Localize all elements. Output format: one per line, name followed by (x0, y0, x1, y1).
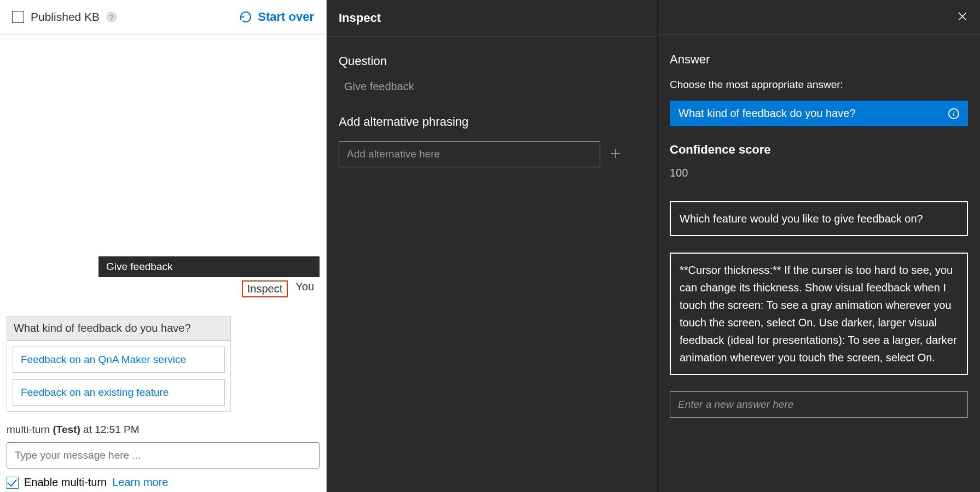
confidence-heading: Confidence score (670, 143, 968, 157)
you-label: You (295, 280, 314, 297)
help-icon[interactable]: ? (106, 11, 117, 22)
feedback-option-qna[interactable]: Feedback on an QnA Maker service (13, 347, 225, 373)
published-kb-checkbox[interactable] (12, 11, 24, 23)
bot-badge: (Test) (53, 424, 80, 435)
chat-body: Give feedback Inspect You What kind of f… (0, 34, 326, 436)
refresh-icon (239, 10, 252, 24)
bot-time-prefix: at (83, 424, 92, 435)
inspect-link[interactable]: Inspect (242, 280, 288, 297)
new-answer-input[interactable] (670, 391, 968, 418)
selected-answer-text: What kind of feedback do you have? (679, 107, 856, 120)
close-button[interactable] (957, 11, 968, 24)
alt-answer-2[interactable]: **Cursor thickness:** If the curser is t… (670, 253, 968, 375)
alt-answer-1[interactable]: Which feature would you like to give fee… (670, 201, 968, 236)
learn-more-link[interactable]: Learn more (112, 476, 168, 489)
start-over-label: Start over (258, 10, 314, 24)
close-icon (957, 11, 968, 22)
bot-options: Feedback on an QnA Maker service Feedbac… (7, 341, 231, 412)
answer-header (658, 0, 980, 35)
plus-icon (610, 148, 621, 159)
published-kb-label: Published KB (31, 10, 100, 24)
start-over-button[interactable]: Start over (239, 10, 314, 24)
add-phrasing-button[interactable] (610, 146, 621, 163)
enable-multiturn-label: Enable multi-turn (24, 476, 107, 489)
bot-question: What kind of feedback do you have? (7, 316, 231, 341)
inspect-panel: Inspect Question Give feedback Add alter… (327, 0, 658, 492)
confidence-value: 100 (670, 167, 968, 179)
bot-name: multi-turn (7, 424, 50, 435)
answer-panel: Answer Choose the most appropriate answe… (658, 0, 980, 492)
add-phrasing-input[interactable] (339, 141, 600, 167)
answer-heading: Answer (670, 52, 968, 67)
add-phrasing-heading: Add alternative phrasing (339, 115, 645, 129)
info-icon[interactable]: i (948, 108, 959, 119)
selected-answer[interactable]: What kind of feedback do you have? i (670, 101, 968, 126)
inspect-header: Inspect (327, 0, 657, 37)
user-message: Give feedback (98, 256, 320, 277)
chat-footer: Enable multi-turn Learn more (0, 436, 326, 492)
feedback-option-existing[interactable]: Feedback on an existing feature (13, 379, 225, 406)
chat-header: Published KB ? Start over (0, 0, 326, 34)
question-heading: Question (339, 54, 645, 68)
message-input[interactable] (7, 442, 320, 468)
bot-meta: multi-turn (Test) at 12:51 PM (7, 424, 320, 436)
choose-label: Choose the most appropriate answer: (670, 79, 968, 91)
inspect-title: Inspect (339, 11, 381, 25)
chat-panel: Published KB ? Start over Give feedback … (0, 0, 327, 492)
enable-multiturn-checkbox[interactable] (7, 477, 19, 489)
question-text: Give feedback (344, 80, 645, 93)
bot-time: 12:51 PM (95, 424, 139, 435)
